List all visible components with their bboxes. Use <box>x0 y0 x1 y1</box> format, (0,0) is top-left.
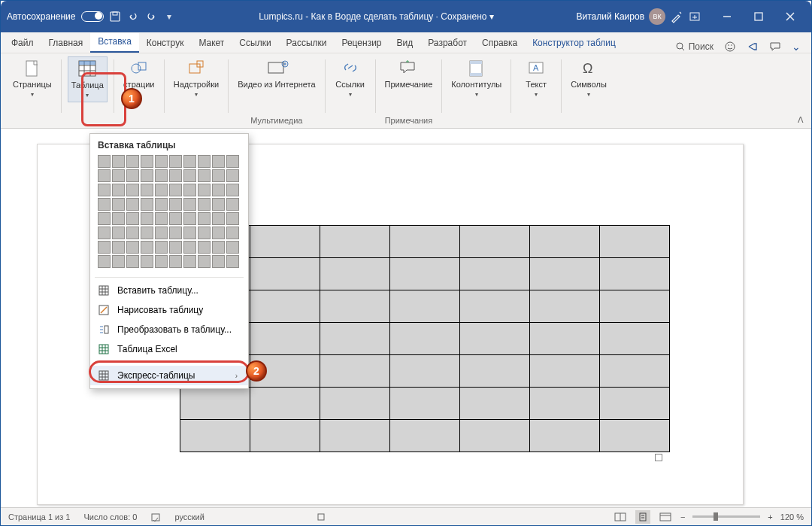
tab-design[interactable]: Конструк <box>139 35 192 53</box>
grid-cell[interactable] <box>169 184 182 196</box>
table-cell[interactable] <box>460 290 530 323</box>
tab-mailings[interactable]: Рассылки <box>279 35 335 53</box>
pages-button[interactable]: Страницы▾ <box>10 56 55 101</box>
grid-cell[interactable] <box>226 169 239 182</box>
grid-cell[interactable] <box>126 227 139 239</box>
autosave-toggle[interactable]: Автосохранение <box>7 11 104 22</box>
grid-cell[interactable] <box>112 198 125 211</box>
table-cell[interactable] <box>250 420 320 452</box>
grid-cell[interactable] <box>183 227 196 239</box>
table-cell[interactable] <box>250 323 320 355</box>
grid-cell[interactable] <box>141 212 153 225</box>
grid-cell[interactable] <box>98 184 111 196</box>
tab-help[interactable]: Справка <box>474 35 525 53</box>
ribbon-options-icon[interactable]: ⌄ <box>792 41 801 53</box>
grid-cell[interactable] <box>126 198 139 211</box>
table-cell[interactable] <box>530 323 600 355</box>
grid-cell[interactable] <box>112 155 125 168</box>
grid-cell[interactable] <box>155 241 168 254</box>
page-indicator[interactable]: Страница 1 из 1 <box>8 512 70 521</box>
grid-cell[interactable] <box>126 155 139 168</box>
table-cell[interactable] <box>530 388 600 420</box>
grid-cell[interactable] <box>155 255 168 268</box>
grid-cell[interactable] <box>155 212 168 225</box>
web-layout-icon[interactable] <box>658 510 673 524</box>
collapse-ribbon-icon[interactable]: ᐱ <box>798 115 804 125</box>
grid-cell[interactable] <box>169 198 182 211</box>
grid-cell[interactable] <box>141 198 153 211</box>
toggle-switch-icon[interactable] <box>81 11 104 22</box>
grid-cell[interactable] <box>155 184 168 196</box>
qat-more-icon[interactable]: ▾ <box>162 10 176 23</box>
zoom-slider[interactable] <box>692 515 760 518</box>
table-cell[interactable] <box>530 290 600 323</box>
grid-cell[interactable] <box>226 184 239 196</box>
table-cell[interactable] <box>250 290 320 323</box>
grid-cell[interactable] <box>112 255 125 268</box>
grid-cell[interactable] <box>98 227 111 239</box>
grid-cell[interactable] <box>112 184 125 196</box>
share-icon[interactable] <box>747 41 759 53</box>
table-cell[interactable] <box>250 388 320 420</box>
online-video-button[interactable]: Видео из Интернета <box>235 56 318 92</box>
zoom-level[interactable]: 120 % <box>780 512 804 521</box>
word-count[interactable]: Число слов: 0 <box>83 512 137 521</box>
grid-cell[interactable] <box>141 184 153 196</box>
minimize-button[interactable] <box>712 5 742 28</box>
table-cell[interactable] <box>390 420 460 452</box>
grid-cell[interactable] <box>226 212 239 225</box>
grid-cell[interactable] <box>198 155 211 168</box>
tab-file[interactable]: Файл <box>4 35 41 53</box>
table-cell[interactable] <box>320 355 390 388</box>
comments-icon[interactable] <box>769 41 781 53</box>
spellcheck-icon[interactable] <box>150 512 161 522</box>
table-cell[interactable] <box>250 226 320 258</box>
grid-picker[interactable] <box>90 155 248 274</box>
zoom-in-icon[interactable]: + <box>768 512 772 521</box>
grid-cell[interactable] <box>198 227 211 239</box>
grid-cell[interactable] <box>226 255 239 268</box>
grid-cell[interactable] <box>169 241 182 254</box>
grid-cell[interactable] <box>126 169 139 182</box>
table-cell[interactable] <box>390 388 460 420</box>
addins-button[interactable]: Надстройки▾ <box>171 56 222 101</box>
grid-cell[interactable] <box>198 198 211 211</box>
grid-cell[interactable] <box>183 169 196 182</box>
grid-cell[interactable] <box>226 155 239 168</box>
grid-cell[interactable] <box>169 155 182 168</box>
tab-home[interactable]: Главная <box>41 35 91 53</box>
table-cell[interactable] <box>180 388 250 420</box>
grid-cell[interactable] <box>212 155 225 168</box>
grid-cell[interactable] <box>198 212 211 225</box>
grid-cell[interactable] <box>198 169 211 182</box>
insert-table-item[interactable]: Вставить таблицу... <box>90 281 248 300</box>
grid-cell[interactable] <box>169 255 182 268</box>
grid-cell[interactable] <box>112 241 125 254</box>
feedback-icon[interactable] <box>724 41 736 53</box>
links-button[interactable]: Ссылки▾ <box>332 56 369 101</box>
maximize-button[interactable] <box>744 5 774 28</box>
table-cell[interactable] <box>390 355 460 388</box>
grid-cell[interactable] <box>198 255 211 268</box>
table-button[interactable]: Таблица▾ <box>68 56 108 102</box>
grid-cell[interactable] <box>126 184 139 196</box>
grid-cell[interactable] <box>226 241 239 254</box>
zoom-out-icon[interactable]: − <box>680 512 685 521</box>
grid-cell[interactable] <box>98 198 111 211</box>
grid-cell[interactable] <box>183 198 196 211</box>
table-resize-handle[interactable] <box>655 454 662 461</box>
table-cell[interactable] <box>530 420 600 452</box>
table-cell[interactable] <box>390 290 460 323</box>
convert-to-table-item[interactable]: Преобразовать в таблицу... <box>90 320 248 339</box>
user-name[interactable]: Виталий Каиров <box>576 11 644 22</box>
macro-icon[interactable] <box>316 512 326 522</box>
text-button[interactable]: A Текст▾ <box>517 56 555 101</box>
grid-cell[interactable] <box>169 212 182 225</box>
grid-cell[interactable] <box>98 212 111 225</box>
table-cell[interactable] <box>320 388 390 420</box>
table-cell[interactable] <box>390 323 460 355</box>
grid-cell[interactable] <box>141 227 153 239</box>
document-table[interactable] <box>180 225 670 452</box>
close-button[interactable] <box>775 5 805 28</box>
grid-cell[interactable] <box>212 212 225 225</box>
